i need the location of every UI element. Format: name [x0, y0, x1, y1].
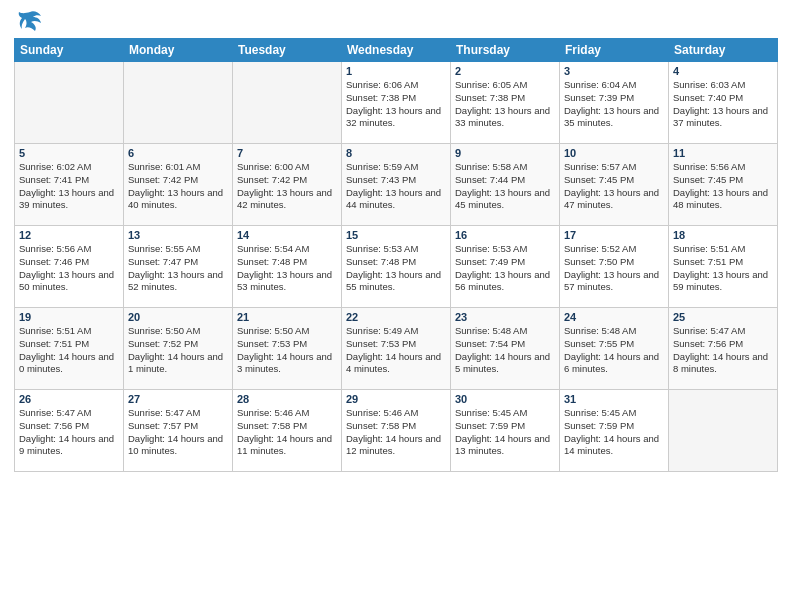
table-row	[233, 62, 342, 144]
table-row: 25 Sunrise: 5:47 AM Sunset: 7:56 PM Dayl…	[669, 308, 778, 390]
table-row: 7 Sunrise: 6:00 AM Sunset: 7:42 PM Dayli…	[233, 144, 342, 226]
table-row: 6 Sunrise: 6:01 AM Sunset: 7:42 PM Dayli…	[124, 144, 233, 226]
daylight-label: Daylight: 14 hours and 9 minutes.	[19, 433, 114, 457]
sunrise-label: Sunrise: 5:52 AM	[564, 243, 636, 254]
header-tuesday: Tuesday	[233, 39, 342, 62]
table-row: 26 Sunrise: 5:47 AM Sunset: 7:56 PM Dayl…	[15, 390, 124, 472]
header-thursday: Thursday	[451, 39, 560, 62]
daylight-label: Daylight: 13 hours and 59 minutes.	[673, 269, 768, 293]
sunrise-label: Sunrise: 5:50 AM	[128, 325, 200, 336]
day-number: 25	[673, 311, 773, 323]
day-info: Sunrise: 5:45 AM Sunset: 7:59 PM Dayligh…	[455, 407, 555, 458]
daylight-label: Daylight: 14 hours and 4 minutes.	[346, 351, 441, 375]
day-info: Sunrise: 5:47 AM Sunset: 7:56 PM Dayligh…	[19, 407, 119, 458]
sunset-label: Sunset: 7:44 PM	[455, 174, 525, 185]
calendar-week-row: 26 Sunrise: 5:47 AM Sunset: 7:56 PM Dayl…	[15, 390, 778, 472]
day-number: 14	[237, 229, 337, 241]
sunrise-label: Sunrise: 5:45 AM	[564, 407, 636, 418]
calendar-header: Sunday Monday Tuesday Wednesday Thursday…	[15, 39, 778, 62]
day-number: 16	[455, 229, 555, 241]
daylight-label: Daylight: 14 hours and 14 minutes.	[564, 433, 659, 457]
day-number: 3	[564, 65, 664, 77]
day-info: Sunrise: 6:01 AM Sunset: 7:42 PM Dayligh…	[128, 161, 228, 212]
calendar-table: Sunday Monday Tuesday Wednesday Thursday…	[14, 38, 778, 472]
day-info: Sunrise: 5:53 AM Sunset: 7:48 PM Dayligh…	[346, 243, 446, 294]
daylight-label: Daylight: 13 hours and 55 minutes.	[346, 269, 441, 293]
sunrise-label: Sunrise: 5:48 AM	[455, 325, 527, 336]
day-number: 17	[564, 229, 664, 241]
table-row: 24 Sunrise: 5:48 AM Sunset: 7:55 PM Dayl…	[560, 308, 669, 390]
calendar-week-row: 5 Sunrise: 6:02 AM Sunset: 7:41 PM Dayli…	[15, 144, 778, 226]
daylight-label: Daylight: 14 hours and 11 minutes.	[237, 433, 332, 457]
sunset-label: Sunset: 7:47 PM	[128, 256, 198, 267]
sunrise-label: Sunrise: 5:53 AM	[455, 243, 527, 254]
sunset-label: Sunset: 7:40 PM	[673, 92, 743, 103]
day-number: 15	[346, 229, 446, 241]
sunset-label: Sunset: 7:45 PM	[673, 174, 743, 185]
daylight-label: Daylight: 14 hours and 5 minutes.	[455, 351, 550, 375]
sunrise-label: Sunrise: 6:02 AM	[19, 161, 91, 172]
table-row: 10 Sunrise: 5:57 AM Sunset: 7:45 PM Dayl…	[560, 144, 669, 226]
sunrise-label: Sunrise: 5:47 AM	[673, 325, 745, 336]
daylight-label: Daylight: 13 hours and 32 minutes.	[346, 105, 441, 129]
table-row: 2 Sunrise: 6:05 AM Sunset: 7:38 PM Dayli…	[451, 62, 560, 144]
sunset-label: Sunset: 7:38 PM	[346, 92, 416, 103]
day-info: Sunrise: 5:50 AM Sunset: 7:52 PM Dayligh…	[128, 325, 228, 376]
day-info: Sunrise: 5:56 AM Sunset: 7:45 PM Dayligh…	[673, 161, 773, 212]
day-number: 30	[455, 393, 555, 405]
table-row: 17 Sunrise: 5:52 AM Sunset: 7:50 PM Dayl…	[560, 226, 669, 308]
day-info: Sunrise: 6:02 AM Sunset: 7:41 PM Dayligh…	[19, 161, 119, 212]
table-row: 9 Sunrise: 5:58 AM Sunset: 7:44 PM Dayli…	[451, 144, 560, 226]
daylight-label: Daylight: 14 hours and 6 minutes.	[564, 351, 659, 375]
sunset-label: Sunset: 7:53 PM	[237, 338, 307, 349]
day-number: 1	[346, 65, 446, 77]
table-row: 8 Sunrise: 5:59 AM Sunset: 7:43 PM Dayli…	[342, 144, 451, 226]
day-number: 26	[19, 393, 119, 405]
table-row: 27 Sunrise: 5:47 AM Sunset: 7:57 PM Dayl…	[124, 390, 233, 472]
day-info: Sunrise: 5:51 AM Sunset: 7:51 PM Dayligh…	[19, 325, 119, 376]
day-info: Sunrise: 5:46 AM Sunset: 7:58 PM Dayligh…	[346, 407, 446, 458]
sunset-label: Sunset: 7:42 PM	[237, 174, 307, 185]
sunrise-label: Sunrise: 5:47 AM	[19, 407, 91, 418]
day-number: 21	[237, 311, 337, 323]
table-row: 31 Sunrise: 5:45 AM Sunset: 7:59 PM Dayl…	[560, 390, 669, 472]
table-row: 13 Sunrise: 5:55 AM Sunset: 7:47 PM Dayl…	[124, 226, 233, 308]
sunrise-label: Sunrise: 6:00 AM	[237, 161, 309, 172]
day-number: 27	[128, 393, 228, 405]
daylight-label: Daylight: 13 hours and 48 minutes.	[673, 187, 768, 211]
day-number: 22	[346, 311, 446, 323]
table-row: 4 Sunrise: 6:03 AM Sunset: 7:40 PM Dayli…	[669, 62, 778, 144]
day-info: Sunrise: 5:55 AM Sunset: 7:47 PM Dayligh…	[128, 243, 228, 294]
table-row: 11 Sunrise: 5:56 AM Sunset: 7:45 PM Dayl…	[669, 144, 778, 226]
sunset-label: Sunset: 7:43 PM	[346, 174, 416, 185]
sunset-label: Sunset: 7:59 PM	[455, 420, 525, 431]
day-number: 7	[237, 147, 337, 159]
day-info: Sunrise: 5:45 AM Sunset: 7:59 PM Dayligh…	[564, 407, 664, 458]
header-saturday: Saturday	[669, 39, 778, 62]
sunset-label: Sunset: 7:41 PM	[19, 174, 89, 185]
daylight-label: Daylight: 13 hours and 37 minutes.	[673, 105, 768, 129]
sunset-label: Sunset: 7:58 PM	[346, 420, 416, 431]
sunset-label: Sunset: 7:46 PM	[19, 256, 89, 267]
day-info: Sunrise: 5:53 AM Sunset: 7:49 PM Dayligh…	[455, 243, 555, 294]
daylight-label: Daylight: 13 hours and 44 minutes.	[346, 187, 441, 211]
daylight-label: Daylight: 13 hours and 50 minutes.	[19, 269, 114, 293]
day-info: Sunrise: 6:00 AM Sunset: 7:42 PM Dayligh…	[237, 161, 337, 212]
header-friday: Friday	[560, 39, 669, 62]
day-number: 11	[673, 147, 773, 159]
daylight-label: Daylight: 14 hours and 10 minutes.	[128, 433, 223, 457]
daylight-label: Daylight: 13 hours and 35 minutes.	[564, 105, 659, 129]
table-row: 19 Sunrise: 5:51 AM Sunset: 7:51 PM Dayl…	[15, 308, 124, 390]
sunrise-label: Sunrise: 5:48 AM	[564, 325, 636, 336]
daylight-label: Daylight: 13 hours and 57 minutes.	[564, 269, 659, 293]
table-row: 18 Sunrise: 5:51 AM Sunset: 7:51 PM Dayl…	[669, 226, 778, 308]
table-row: 29 Sunrise: 5:46 AM Sunset: 7:58 PM Dayl…	[342, 390, 451, 472]
day-info: Sunrise: 5:59 AM Sunset: 7:43 PM Dayligh…	[346, 161, 446, 212]
day-number: 20	[128, 311, 228, 323]
day-info: Sunrise: 5:47 AM Sunset: 7:57 PM Dayligh…	[128, 407, 228, 458]
weekday-header-row: Sunday Monday Tuesday Wednesday Thursday…	[15, 39, 778, 62]
sunset-label: Sunset: 7:56 PM	[19, 420, 89, 431]
sunrise-label: Sunrise: 5:56 AM	[19, 243, 91, 254]
daylight-label: Daylight: 14 hours and 3 minutes.	[237, 351, 332, 375]
header-sunday: Sunday	[15, 39, 124, 62]
